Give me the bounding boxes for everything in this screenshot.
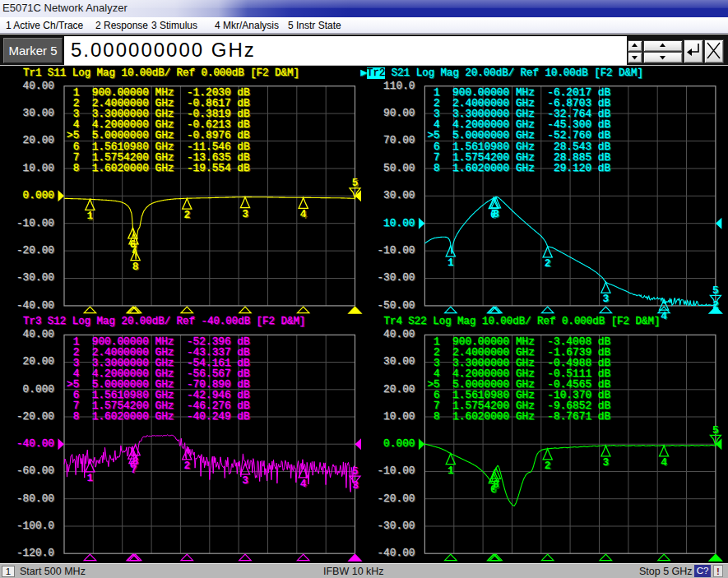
svg-text:3: 3 <box>242 208 248 220</box>
svg-text:5: 5 <box>352 465 359 478</box>
svg-text:3: 3 <box>352 479 359 492</box>
svg-text:1: 1 <box>87 210 94 222</box>
svg-text:5: 5 <box>712 424 719 437</box>
svg-text:5: 5 <box>712 284 719 297</box>
svg-text:3: 3 <box>603 456 610 469</box>
svg-text:1: 1 <box>447 257 454 269</box>
svg-text:2: 2 <box>545 257 551 270</box>
svg-text:8: 8 <box>493 479 499 491</box>
svg-text:3: 3 <box>242 474 248 487</box>
svg-text:4: 4 <box>661 310 667 322</box>
svg-text:8: 8 <box>132 455 139 468</box>
svg-text:1: 1 <box>87 472 94 484</box>
svg-text:5: 5 <box>352 177 359 189</box>
svg-text:4: 4 <box>300 478 307 490</box>
svg-text:3: 3 <box>603 293 610 305</box>
svg-text:2: 2 <box>183 209 190 221</box>
svg-text:2: 2 <box>183 460 190 472</box>
svg-text:8: 8 <box>132 261 139 273</box>
svg-text:4: 4 <box>300 208 307 220</box>
svg-text:1: 1 <box>447 465 454 477</box>
svg-text:2: 2 <box>545 460 551 472</box>
svg-text:4: 4 <box>661 456 667 469</box>
svg-text:8: 8 <box>493 208 499 220</box>
